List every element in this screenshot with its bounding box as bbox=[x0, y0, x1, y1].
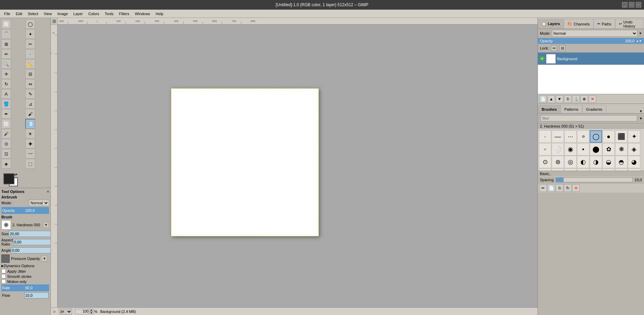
free-select-tool-btn[interactable]: ⌒ bbox=[1, 29, 11, 39]
brush-cell-13[interactable]: ✿ bbox=[602, 143, 615, 155]
dodge-burn-tool-tool-btn[interactable]: ☀ bbox=[25, 129, 35, 139]
bucket-fill-tool-btn[interactable]: 🪣 bbox=[1, 99, 11, 109]
brush-cell-14[interactable]: ❋ bbox=[615, 143, 628, 155]
by-color-select-tool-btn[interactable]: ⊞ bbox=[1, 39, 11, 49]
brush-cell-10[interactable]: ◉ bbox=[564, 143, 577, 155]
pencil-tool-tool-btn[interactable]: ✒ bbox=[1, 109, 11, 119]
blend-tool-tool-btn[interactable]: ⊿ bbox=[25, 99, 35, 109]
undo-tab[interactable]: ↩ Undo History bbox=[615, 19, 644, 29]
brush-cell-4[interactable]: ◯ bbox=[590, 130, 602, 143]
rectangle-select-tool-btn[interactable]: ⬜ bbox=[1, 19, 11, 29]
brush-cell-30[interactable]: ▴ bbox=[615, 169, 628, 171]
delete-layer-btn[interactable]: ✕ bbox=[589, 95, 596, 103]
close-button[interactable]: × bbox=[636, 2, 641, 8]
brush-cell-29[interactable]: △ bbox=[602, 169, 615, 171]
heal-tool-tool-btn[interactable]: ✚ bbox=[25, 139, 35, 149]
brush-cell-2[interactable]: ··· bbox=[564, 130, 577, 143]
move-tool-tool-btn[interactable]: ✛ bbox=[1, 69, 11, 79]
clone-tool-tool-btn[interactable]: ⊙ bbox=[1, 139, 11, 149]
color-picker-tool-btn[interactable]: 💉 bbox=[25, 49, 35, 59]
brush-cell-22[interactable]: ◓ bbox=[615, 156, 628, 168]
eraser-tool-tool-btn[interactable]: ⬜ bbox=[1, 119, 11, 129]
brush-cell-19[interactable]: ◐ bbox=[577, 156, 589, 168]
smudge-tool-tool-btn[interactable]: 〰 bbox=[25, 149, 35, 159]
foreground-color[interactable] bbox=[3, 173, 14, 184]
swap-colors[interactable]: ⇄ bbox=[14, 173, 17, 176]
menu-item-file[interactable]: File bbox=[1, 11, 13, 17]
dynamics-options-btn[interactable]: ▼ bbox=[41, 256, 47, 262]
lock-alpha-btn[interactable]: ⊟ bbox=[559, 45, 565, 51]
layers-tab[interactable]: 📋 Layers bbox=[538, 19, 564, 29]
brush-cell-31[interactable]: ▵ bbox=[628, 169, 640, 171]
brush-filter-input[interactable] bbox=[541, 115, 637, 121]
brush-cell-3[interactable]: ⚬ bbox=[577, 130, 589, 143]
angle-input[interactable] bbox=[11, 247, 50, 253]
align-tool-tool-btn[interactable]: ⊟ bbox=[25, 69, 35, 79]
ellipse-select-tool-btn[interactable]: ◯ bbox=[25, 19, 35, 29]
brush-cell-6[interactable]: ⬛ bbox=[615, 130, 628, 143]
fuzzy-select-tool-btn[interactable]: ✦ bbox=[25, 29, 35, 39]
size-input[interactable] bbox=[9, 231, 50, 237]
menu-item-view[interactable]: View bbox=[41, 11, 55, 17]
airbrush-tool-tool-btn[interactable]: 💨 bbox=[25, 119, 35, 129]
lock-pixels-btn[interactable]: ✏ bbox=[551, 45, 557, 51]
brush-cell-9[interactable]: ⚪ bbox=[552, 143, 564, 155]
menu-item-edit[interactable]: Edit bbox=[13, 11, 25, 17]
new-brush-btn[interactable]: 📄 bbox=[547, 184, 555, 192]
brush-cell-28[interactable]: ▲ bbox=[590, 169, 602, 171]
paths-tab[interactable]: ✏ Paths bbox=[594, 19, 615, 29]
transform-tool-tool-btn[interactable]: ↻ bbox=[1, 79, 11, 89]
window-controls[interactable]: _ □ × bbox=[622, 2, 641, 8]
raise-layer-btn[interactable]: ▲ bbox=[547, 95, 555, 103]
brush-cell-26[interactable]: ◘ bbox=[564, 169, 577, 171]
brush-cell-21[interactable]: ◒ bbox=[602, 156, 615, 168]
anchor-layer-btn[interactable]: ⚓ bbox=[572, 95, 580, 103]
brushes-panel-close[interactable]: ▼ bbox=[639, 109, 643, 113]
patterns-tab-brush[interactable]: Patterns bbox=[561, 105, 582, 113]
delete-brush-btn[interactable]: ✕ bbox=[572, 184, 580, 192]
menu-item-tools[interactable]: Tools bbox=[102, 11, 116, 17]
layer-visibility-icon[interactable]: 👁 bbox=[539, 56, 545, 62]
opacity-input[interactable]: 100,0 bbox=[25, 207, 49, 214]
brush-cell-18[interactable]: ◎ bbox=[564, 156, 577, 168]
zoom-up-btn[interactable]: ▲ bbox=[89, 309, 93, 312]
aspect-ratio-input[interactable] bbox=[13, 239, 50, 245]
menu-item-layer[interactable]: Layer bbox=[71, 11, 86, 17]
brush-cell-5[interactable]: ● bbox=[602, 130, 615, 143]
ink-tool-tool-btn[interactable]: 🖋 bbox=[1, 129, 11, 139]
measure-tool-tool-btn[interactable]: 📐 bbox=[25, 59, 35, 69]
paths-tool-tool-btn[interactable]: ✏ bbox=[1, 49, 11, 59]
brush-cell-7[interactable]: ✦ bbox=[628, 130, 640, 143]
zoom-tool-tool-btn[interactable]: 🔍 bbox=[1, 59, 11, 69]
text-tool-tool-btn[interactable]: A bbox=[1, 89, 11, 99]
brush-cell-23[interactable]: ◕ bbox=[628, 156, 640, 168]
brush-cell-12[interactable]: ⬤ bbox=[590, 143, 602, 155]
scissors-select-tool-btn[interactable]: ✂ bbox=[25, 39, 35, 49]
motion-only-checkbox[interactable] bbox=[1, 279, 6, 284]
duplicate-brush-btn[interactable]: ⎘ bbox=[556, 184, 563, 192]
brush-cell-17[interactable]: ⊚ bbox=[552, 156, 564, 168]
zoom-input[interactable] bbox=[75, 309, 89, 314]
brush-cell-25[interactable]: ◍ bbox=[552, 169, 564, 171]
maximize-button[interactable]: □ bbox=[629, 2, 634, 8]
canvas-viewport[interactable] bbox=[65, 25, 538, 307]
brush-cell-1[interactable]: — bbox=[552, 130, 564, 143]
edit-brush-btn[interactable]: ✏ bbox=[539, 184, 547, 192]
canvas-document[interactable] bbox=[171, 88, 319, 236]
channels-tab[interactable]: 🎨 Channels bbox=[564, 19, 593, 29]
brush-cell-11[interactable]: ▪ bbox=[577, 143, 589, 155]
rate-input[interactable] bbox=[25, 285, 49, 291]
tool-options-close[interactable]: × bbox=[47, 189, 49, 194]
brush-cell-24[interactable]: ◌ bbox=[539, 169, 551, 171]
refresh-brushes-btn[interactable]: ↻ bbox=[564, 184, 572, 192]
new-layer-btn[interactable]: 📄 bbox=[539, 95, 547, 103]
duplicate-layer-btn[interactable]: ⎘ bbox=[564, 95, 572, 103]
menu-item-windows[interactable]: Windows bbox=[132, 11, 153, 17]
brush-options-btn[interactable]: ▼ bbox=[43, 222, 49, 228]
foreground-select-tool-btn[interactable]: ⬚ bbox=[25, 159, 35, 169]
brush-cell-16[interactable]: ⊙ bbox=[539, 156, 551, 168]
brush-cell-20[interactable]: ◑ bbox=[590, 156, 602, 168]
flow-input[interactable] bbox=[24, 292, 49, 298]
smooth-stroke-checkbox[interactable] bbox=[1, 274, 6, 279]
menu-item-image[interactable]: Image bbox=[55, 11, 71, 17]
